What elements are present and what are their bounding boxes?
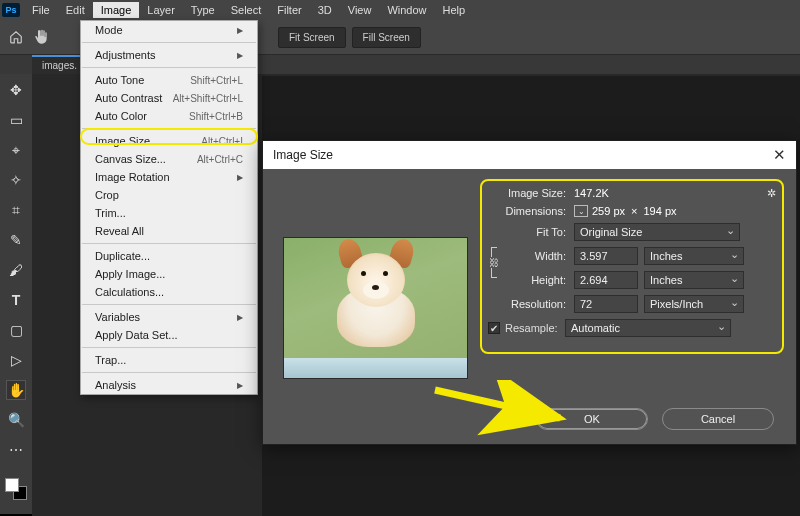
menu-item-auto-tone[interactable]: Auto ToneShift+Ctrl+L — [81, 71, 257, 89]
menu-image[interactable]: Image — [93, 2, 140, 18]
height-label: Height: — [504, 274, 574, 286]
path-select-tool-icon[interactable]: ▷ — [6, 350, 26, 370]
image-menu-dropdown: Mode Adjustments Auto ToneShift+Ctrl+L A… — [80, 20, 258, 395]
lasso-tool-icon[interactable]: ⌖ — [6, 140, 26, 160]
menubar: Ps File Edit Image Layer Type Select Fil… — [0, 0, 800, 20]
menu-item-calculations[interactable]: Calculations... — [81, 283, 257, 301]
image-size-label: Image Size: — [488, 187, 574, 199]
hand-tool-icon[interactable]: ✋ — [6, 380, 26, 400]
zoom-tool-icon[interactable]: 🔍 — [6, 410, 26, 430]
marquee-tool-icon[interactable]: ▭ — [6, 110, 26, 130]
resample-select[interactable] — [565, 319, 731, 337]
magic-wand-tool-icon[interactable]: ✧ — [6, 170, 26, 190]
dialog-title: Image Size — [273, 148, 333, 162]
crop-tool-icon[interactable]: ⌗ — [6, 200, 26, 220]
gear-icon[interactable]: ✲ — [767, 187, 776, 200]
menu-layer[interactable]: Layer — [139, 2, 183, 18]
resample-label: Resample: — [505, 322, 565, 334]
menu-edit[interactable]: Edit — [58, 2, 93, 18]
eyedropper-tool-icon[interactable]: ✎ — [6, 230, 26, 250]
menu-item-apply-data-set[interactable]: Apply Data Set... — [81, 326, 257, 344]
menu-item-auto-contrast[interactable]: Auto ContrastAlt+Shift+Ctrl+L — [81, 89, 257, 107]
menu-file[interactable]: File — [24, 2, 58, 18]
image-size-dialog: Image Size ✕ ✲ Image Size:147.2K Dimensi… — [262, 140, 797, 445]
resolution-label: Resolution: — [488, 298, 574, 310]
hand-tool-icon[interactable] — [32, 27, 52, 47]
menu-item-crop[interactable]: Crop — [81, 186, 257, 204]
menu-item-image-size[interactable]: Image Size...Alt+Ctrl+I — [81, 132, 257, 150]
dimensions-unit-icon[interactable]: ⌄ — [574, 205, 588, 217]
menu-window[interactable]: Window — [379, 2, 434, 18]
width-unit-select[interactable] — [644, 247, 744, 265]
fit-screen-button[interactable]: Fit Screen — [278, 27, 346, 48]
home-icon[interactable] — [6, 27, 26, 47]
fill-screen-button[interactable]: Fill Screen — [352, 27, 421, 48]
cancel-button[interactable]: Cancel — [662, 408, 774, 430]
resample-checkbox[interactable]: ✔ — [488, 322, 500, 334]
height-field[interactable] — [574, 271, 638, 289]
tool-strip: ✥ ▭ ⌖ ✧ ⌗ ✎ 🖌 T ▢ ▷ ✋ 🔍 ⋯ — [0, 74, 32, 514]
fit-to-label: Fit To: — [488, 226, 574, 238]
menu-item-trim[interactable]: Trim... — [81, 204, 257, 222]
move-tool-icon[interactable]: ✥ — [6, 80, 26, 100]
menu-select[interactable]: Select — [223, 2, 270, 18]
more-tools-icon[interactable]: ⋯ — [6, 440, 26, 460]
image-preview — [283, 237, 468, 379]
menu-item-reveal-all[interactable]: Reveal All — [81, 222, 257, 240]
dimensions-height: 194 px — [643, 205, 676, 217]
menu-item-variables[interactable]: Variables — [81, 308, 257, 326]
brush-tool-icon[interactable]: 🖌 — [6, 260, 26, 280]
close-icon[interactable]: ✕ — [773, 146, 786, 164]
width-label: Width: — [504, 250, 574, 262]
menu-3d[interactable]: 3D — [310, 2, 340, 18]
width-field[interactable] — [574, 247, 638, 265]
menu-type[interactable]: Type — [183, 2, 223, 18]
menu-item-canvas-size[interactable]: Canvas Size...Alt+Ctrl+C — [81, 150, 257, 168]
color-swatch[interactable] — [5, 478, 27, 500]
menu-item-apply-image[interactable]: Apply Image... — [81, 265, 257, 283]
menu-item-duplicate[interactable]: Duplicate... — [81, 247, 257, 265]
app-logo: Ps — [2, 3, 20, 17]
image-size-panel: ✲ Image Size:147.2K Dimensions: ⌄ 259 px… — [488, 187, 776, 379]
menu-item-trap[interactable]: Trap... — [81, 351, 257, 369]
menu-item-adjustments[interactable]: Adjustments — [81, 46, 257, 64]
menu-help[interactable]: Help — [435, 2, 474, 18]
menu-item-auto-color[interactable]: Auto ColorShift+Ctrl+B — [81, 107, 257, 125]
menu-item-image-rotation[interactable]: Image Rotation — [81, 168, 257, 186]
constrain-proportions-icon[interactable]: ⛓ — [488, 247, 500, 295]
rectangle-tool-icon[interactable]: ▢ — [6, 320, 26, 340]
menu-item-mode[interactable]: Mode — [81, 21, 257, 39]
dimensions-label: Dimensions: — [488, 205, 574, 217]
fit-to-select[interactable] — [574, 223, 740, 241]
menu-filter[interactable]: Filter — [269, 2, 309, 18]
document-tab[interactable]: images. — [32, 55, 87, 74]
image-size-value: 147.2K — [574, 187, 609, 199]
type-tool-icon[interactable]: T — [6, 290, 26, 310]
ok-button[interactable]: OK — [536, 408, 648, 430]
dialog-titlebar: Image Size ✕ — [263, 141, 796, 169]
dimensions-width: 259 px — [592, 205, 625, 217]
menu-item-analysis[interactable]: Analysis — [81, 376, 257, 394]
resolution-unit-select[interactable] — [644, 295, 744, 313]
resolution-field[interactable] — [574, 295, 638, 313]
menu-view[interactable]: View — [340, 2, 380, 18]
height-unit-select[interactable] — [644, 271, 744, 289]
dialog-footer: OK Cancel — [263, 408, 796, 430]
times-icon: × — [631, 205, 637, 217]
